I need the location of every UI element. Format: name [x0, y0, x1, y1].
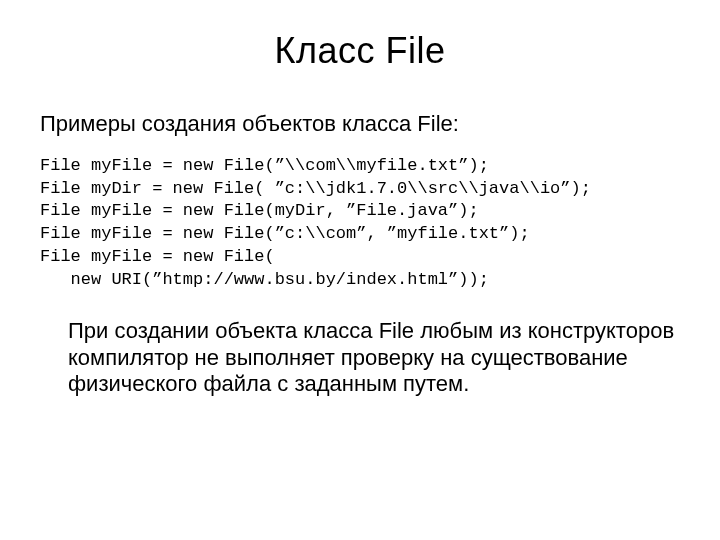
examples-subtitle: Примеры создания объектов класса File: [40, 110, 680, 139]
page-title: Класс File [40, 30, 680, 72]
code-example: File myFile = new File(”\\com\\myfile.tx… [40, 155, 680, 293]
body-paragraph: При создании объекта класса File любым и… [68, 318, 680, 397]
